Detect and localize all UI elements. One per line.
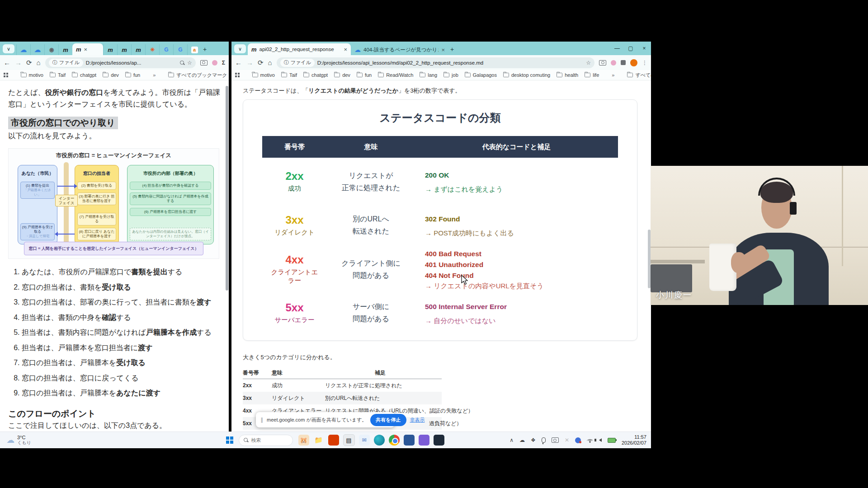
bookmarks-overflow-button[interactable]: » bbox=[153, 72, 156, 78]
zoom-icon[interactable] bbox=[180, 61, 184, 65]
reload-button[interactable]: ⟳ bbox=[26, 59, 32, 67]
reload-button[interactable]: ⟳ bbox=[258, 59, 264, 67]
pinned-tab[interactable]: ✳ bbox=[145, 44, 159, 55]
bookmark-folder[interactable]: fun bbox=[357, 72, 372, 78]
mail-app-icon[interactable]: ✉ bbox=[359, 435, 370, 446]
close-tab-icon[interactable]: × bbox=[84, 46, 88, 53]
folder-icon bbox=[503, 73, 509, 77]
forward-button[interactable]: → bbox=[246, 59, 253, 66]
weather-widget[interactable]: ☁ 3°C くもり bbox=[0, 435, 31, 446]
close-tab-icon[interactable]: × bbox=[344, 46, 347, 53]
active-tab[interactable]: m × bbox=[72, 43, 103, 55]
home-button[interactable]: ⌂ bbox=[37, 59, 41, 66]
camera-extension-icon[interactable] bbox=[200, 60, 208, 66]
close-tab-icon[interactable]: × bbox=[441, 47, 445, 53]
app-icon[interactable] bbox=[419, 435, 429, 446]
pinned-tab[interactable]: m bbox=[131, 44, 145, 55]
bookmark-folder[interactable]: Read/Watch bbox=[378, 72, 413, 78]
app-icon[interactable] bbox=[434, 435, 444, 446]
inactive-tab[interactable]: ☁ 404-該当するページが見つかりませ × bbox=[351, 44, 448, 55]
taskbar-search[interactable]: 検索 bbox=[239, 435, 293, 446]
hide-share-bar-link[interactable]: 非表示 bbox=[410, 417, 425, 423]
bookmark-folder[interactable]: job bbox=[443, 72, 458, 78]
x-app-icon[interactable]: ✕ bbox=[565, 437, 569, 443]
bookmark-folder[interactable]: chatgpt bbox=[303, 72, 328, 78]
bookmark-star-icon[interactable]: ☆ bbox=[586, 60, 591, 66]
home-button[interactable]: ⌂ bbox=[268, 59, 272, 66]
bookmark-folder[interactable]: Galapagos bbox=[465, 72, 497, 78]
bookmark-folder[interactable]: Taif bbox=[50, 72, 66, 78]
scrollbar[interactable] bbox=[226, 86, 228, 291]
app-icon[interactable] bbox=[328, 435, 339, 446]
pinned-tab[interactable]: ☁ bbox=[16, 44, 30, 55]
pinned-tab[interactable]: ☁ bbox=[30, 44, 44, 55]
pinned-tab[interactable]: m bbox=[103, 44, 117, 55]
pink-extension-icon[interactable] bbox=[611, 60, 616, 66]
forward-button[interactable]: → bbox=[15, 59, 22, 66]
chrome-app-icon[interactable] bbox=[389, 435, 400, 446]
bookmarks-overflow-button[interactable]: » bbox=[612, 72, 614, 78]
camera-extension-icon[interactable] bbox=[599, 60, 606, 66]
bookmark-folder[interactable]: Taif bbox=[281, 72, 297, 78]
address-bar[interactable]: ⓘ ファイル D:/projects/lessons/ap... ☆ bbox=[45, 57, 196, 68]
app-icon[interactable]: 🐹 bbox=[298, 435, 309, 446]
back-button[interactable]: ← bbox=[4, 59, 10, 66]
drag-handle-icon[interactable]: ∥ bbox=[260, 417, 263, 423]
bookmark-folder[interactable]: chatgpt bbox=[72, 72, 96, 78]
extensions-puzzle-icon[interactable] bbox=[621, 60, 626, 65]
speaker-icon[interactable] bbox=[599, 438, 602, 442]
profile-avatar[interactable] bbox=[630, 59, 637, 66]
maximize-button[interactable]: ▢ bbox=[624, 45, 637, 52]
bookmark-folder[interactable]: fun bbox=[125, 72, 140, 78]
microphone-icon[interactable] bbox=[542, 437, 546, 443]
new-tab-button[interactable]: + bbox=[450, 46, 454, 53]
bookmark-folder[interactable]: motivo bbox=[21, 72, 43, 78]
address-bar[interactable]: ⓘ ファイル D:/projects/lessons/api_lessons/m… bbox=[277, 57, 594, 68]
apps-grid-icon[interactable] bbox=[4, 73, 8, 77]
bookmark-folder[interactable]: desktop comuting bbox=[503, 72, 550, 78]
bookmark-folder[interactable]: life bbox=[585, 72, 599, 78]
all-bookmarks-button[interactable]: すべてのブックマーク bbox=[168, 72, 227, 79]
sigma-extension-icon[interactable]: Σ bbox=[222, 60, 225, 66]
pink-extension-icon[interactable] bbox=[212, 60, 217, 66]
app-icon[interactable] bbox=[374, 435, 385, 446]
tab-search-button[interactable]: ∨ bbox=[234, 44, 246, 53]
tab-search-button[interactable]: ∨ bbox=[3, 44, 14, 53]
file-explorer-icon[interactable]: 📁 bbox=[313, 435, 324, 446]
minimize-button[interactable]: — bbox=[610, 45, 624, 52]
active-tab[interactable]: m api02_2_http_request_response × bbox=[248, 43, 351, 55]
bookmark-folder[interactable]: motivo bbox=[252, 72, 275, 78]
bookmark-star-icon[interactable]: ☆ bbox=[187, 60, 192, 66]
pinned-tab[interactable]: G bbox=[159, 44, 173, 55]
taskbar-clock[interactable]: 11:57 2026/02/07 bbox=[622, 434, 646, 446]
menu-kebab-icon[interactable]: ⋮ bbox=[642, 60, 647, 66]
tray-chevron-icon[interactable]: ∧ bbox=[509, 437, 514, 443]
globe-favicon-icon: ◉ bbox=[48, 47, 55, 53]
tray-app-icon[interactable] bbox=[575, 437, 581, 443]
pinned-tab[interactable]: ◉ bbox=[44, 44, 58, 55]
bookmark-folder[interactable]: lang bbox=[420, 72, 437, 78]
pinned-tab[interactable]: m bbox=[117, 44, 131, 55]
wifi-icon[interactable] bbox=[587, 438, 593, 443]
pinned-tab[interactable]: G bbox=[173, 44, 187, 55]
close-window-button[interactable]: × bbox=[637, 45, 651, 52]
bookmark-folder[interactable]: dev bbox=[334, 72, 350, 78]
pinned-tab[interactable]: a bbox=[187, 44, 201, 55]
dropbox-icon[interactable]: ❖ bbox=[531, 437, 536, 443]
app-icon[interactable]: ▤ bbox=[343, 434, 355, 446]
battery-icon[interactable] bbox=[608, 438, 616, 443]
bookmark-folder[interactable]: dev bbox=[103, 72, 119, 78]
all-bookmarks-button[interactable]: すべてのブックマーク bbox=[627, 72, 651, 79]
back-button[interactable]: ← bbox=[235, 59, 242, 66]
start-button[interactable] bbox=[226, 436, 233, 444]
apps-grid-icon[interactable] bbox=[235, 73, 240, 77]
new-tab-button[interactable]: + bbox=[203, 46, 207, 53]
list-item: 担当者は、書類内容に問題がなければ戸籍謄本を作成する bbox=[22, 327, 224, 338]
bookmark-folder[interactable]: health bbox=[557, 72, 578, 78]
onedrive-icon[interactable]: ☁ bbox=[519, 437, 525, 443]
app-icon[interactable] bbox=[404, 435, 415, 446]
pinned-tab[interactable]: m bbox=[58, 44, 72, 55]
folder-icon bbox=[252, 73, 258, 77]
screenshot-tool-icon[interactable] bbox=[552, 437, 559, 443]
stop-sharing-button[interactable]: 共有を停止 bbox=[370, 414, 406, 426]
